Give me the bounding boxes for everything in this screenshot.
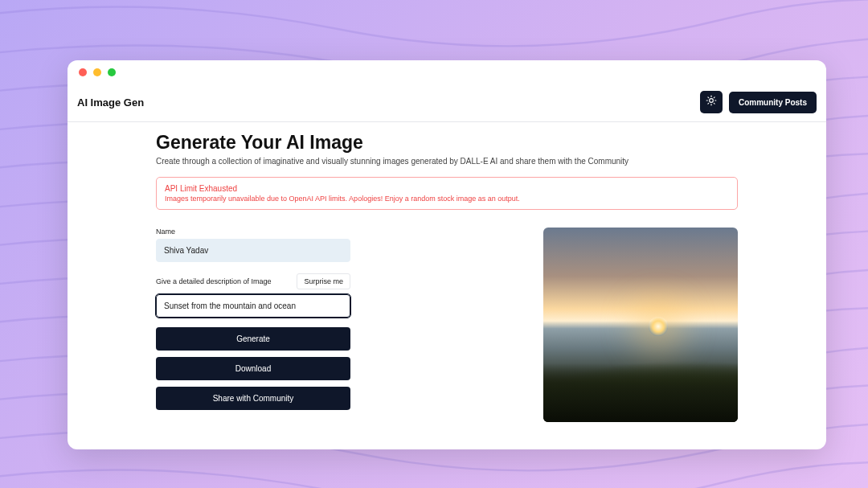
window-maximize-button[interactable] <box>108 68 116 76</box>
sun-icon <box>706 95 717 109</box>
window-titlebar <box>68 60 826 84</box>
name-field: Name <box>156 228 350 262</box>
alert-title: API Limit Exhausted <box>165 184 729 193</box>
share-button[interactable]: Share with Community <box>156 387 350 410</box>
svg-line-4 <box>714 103 714 104</box>
header-actions: Community Posts <box>700 91 817 113</box>
download-button[interactable]: Download <box>156 357 350 380</box>
app-window: AI Image Gen Commu <box>68 60 826 449</box>
page-subtitle: Create through a collection of imaginati… <box>156 157 738 166</box>
description-label-row: Give a detailed description of Image Sur… <box>156 273 350 289</box>
theme-toggle-button[interactable] <box>700 91 723 113</box>
window-close-button[interactable] <box>79 68 87 76</box>
name-label: Name <box>156 228 350 236</box>
generate-button[interactable]: Generate <box>156 327 350 351</box>
svg-line-7 <box>708 103 709 104</box>
svg-line-3 <box>708 97 709 98</box>
api-limit-alert: API Limit Exhausted Images temporarily u… <box>156 177 738 210</box>
app-header: AI Image Gen Commu <box>68 84 826 122</box>
svg-line-8 <box>714 97 714 98</box>
brand-title: AI Image Gen <box>77 96 144 109</box>
main-layout-row: Name Give a detailed description of Imag… <box>156 228 738 422</box>
description-input[interactable] <box>156 294 350 318</box>
svg-point-0 <box>710 99 714 103</box>
window-minimize-button[interactable] <box>93 68 101 76</box>
preview-foreground-dark <box>543 363 738 422</box>
generated-image-preview <box>543 228 738 422</box>
preview-sun-glow <box>649 317 668 336</box>
name-input[interactable] <box>156 239 350 262</box>
form-column: Name Give a detailed description of Imag… <box>156 228 350 410</box>
main-content: Generate Your AI Image Create through a … <box>68 122 826 449</box>
page-title: Generate Your AI Image <box>156 132 738 154</box>
alert-body: Images temporarily unavailable due to Op… <box>165 195 729 203</box>
surprise-me-button[interactable]: Surprise me <box>297 273 350 289</box>
description-label: Give a detailed description of Image <box>156 277 272 285</box>
community-posts-button[interactable]: Community Posts <box>729 92 817 113</box>
